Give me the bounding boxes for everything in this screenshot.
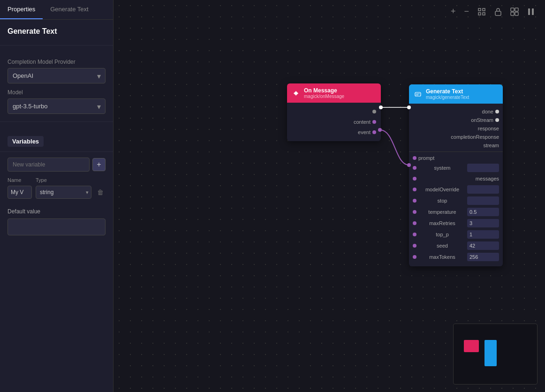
seed-label: seed [437,243,448,249]
svg-rect-9 [528,8,530,15]
model-select[interactable]: gpt-3.5-turbo gpt-4 gpt-4-turbo [8,98,106,114]
connection-event-prompt [380,130,409,165]
svg-rect-13 [415,92,421,96]
variables-title: Variables [8,136,44,147]
generate-text-header: Generate Text magick/generateText [409,84,503,104]
node-generate-text[interactable]: Generate Text magick/generateText done o… [409,84,503,266]
svg-rect-0 [478,8,481,11]
type-col-label: Type [36,177,47,183]
stream-port-row: stream [409,141,503,150]
messages-label: messages [476,176,499,181]
modeloverride-input[interactable] [467,185,499,194]
minimap-node-red [464,340,479,352]
svg-rect-1 [483,13,485,15]
node-title-section: Generate Text [0,20,113,45]
content-port-row: content [287,117,381,127]
completion-port-row: completionResponse [409,133,503,141]
completion-model-select[interactable]: OpenAI Anthropic Google [8,68,106,83]
lock-button[interactable] [492,6,505,18]
event-label: event [358,129,371,135]
generate-text-title-group: Generate Text magick/generateText [426,88,469,100]
temperature-row: temperature [409,206,503,218]
messages-port [413,177,416,181]
temperature-input[interactable] [467,208,499,216]
sidebar-tabs: Properties Generate Text [0,0,113,20]
canvas-toolbar: + − [448,5,537,18]
tab-generate-text[interactable]: Generate Text [43,0,96,19]
fit-button[interactable] [475,6,489,18]
pause-button[interactable] [524,6,537,18]
spacer [0,122,113,131]
seed-port [413,244,416,248]
svg-rect-7 [511,12,514,15]
done-port [495,110,499,113]
svg-rect-10 [532,8,534,15]
variables-header: Variables [0,131,113,152]
content-port [372,120,376,124]
messages-row: messages [409,173,503,184]
default-value-label: Default value [8,208,106,215]
default-value-section: Default value [0,208,113,243]
svg-rect-2 [483,8,485,11]
model-label: Model [8,89,106,96]
maxtokens-input[interactable] [467,253,499,261]
model-select-wrap: gpt-3.5-turbo gpt-4 gpt-4-turbo [8,98,106,114]
system-label: system [434,165,451,171]
event-port [372,130,376,134]
svg-rect-8 [515,12,518,15]
type-select-wrap: string number boolean object array [36,186,91,199]
layout-button[interactable] [507,6,522,18]
add-variable-button[interactable]: + [92,158,106,171]
default-value-input[interactable] [8,219,106,235]
var-columns-header: Name Type [8,177,106,183]
canvas-area[interactable]: + − [114,0,545,392]
tab-properties[interactable]: Properties [0,0,43,19]
prompt-label: prompt [418,155,434,161]
on-message-title-group: On Message magick/onMessage [304,87,344,99]
modeloverride-row: modelOverride [409,184,503,195]
new-variable-input[interactable] [8,158,90,172]
zoom-out-button[interactable]: − [461,5,472,18]
onstream-port [495,118,499,122]
stop-port [413,199,416,203]
zoom-in-button[interactable]: + [448,5,459,18]
name-col-label: Name [8,177,32,183]
maxretries-label: maxRetries [429,220,455,226]
temperature-port [413,210,416,214]
maxtokens-row: maxTokens [409,251,503,263]
minimap-node-blue [484,340,497,366]
stop-row: stop [409,195,503,206]
system-port [413,166,416,170]
svg-rect-6 [515,8,518,11]
completion-model-select-wrap: OpenAI Anthropic Google [8,68,106,83]
delete-variable-button[interactable]: 🗑 [95,188,106,197]
node-on-message[interactable]: On Message magick/onMessage content even… [287,83,381,141]
variable-row: string number boolean object array 🗑 [8,186,106,199]
seed-input[interactable] [467,241,499,250]
seed-row: seed [409,240,503,251]
on-message-output-port [372,110,376,113]
on-message-header: On Message magick/onMessage [287,83,381,103]
svg-rect-4 [495,11,501,15]
sidebar: Properties Generate Text Generate Text C… [0,0,114,392]
generate-text-body: done onStream response completionRespons… [409,104,503,266]
modeloverride-port [413,188,416,191]
maxretries-input[interactable] [467,219,499,227]
onstream-port-row: onStream [409,116,503,124]
type-select[interactable]: string number boolean object array [36,186,91,199]
done-port-row: done [409,107,503,116]
onstream-label: onStream [471,117,493,123]
stop-input[interactable] [467,196,499,205]
stop-label: stop [438,198,447,204]
maxtokens-port [413,255,416,259]
done-label: done [482,109,493,114]
topp-input[interactable] [467,230,499,239]
temperature-label: temperature [428,209,456,215]
on-message-title: On Message [304,87,344,94]
new-variable-row: + [8,158,106,172]
response-label: response [478,126,499,131]
completion-model-label: Completion Model Provider [8,59,106,65]
system-input[interactable] [467,164,499,172]
node-title: Generate Text [8,27,106,36]
var-name-input[interactable] [8,186,32,199]
